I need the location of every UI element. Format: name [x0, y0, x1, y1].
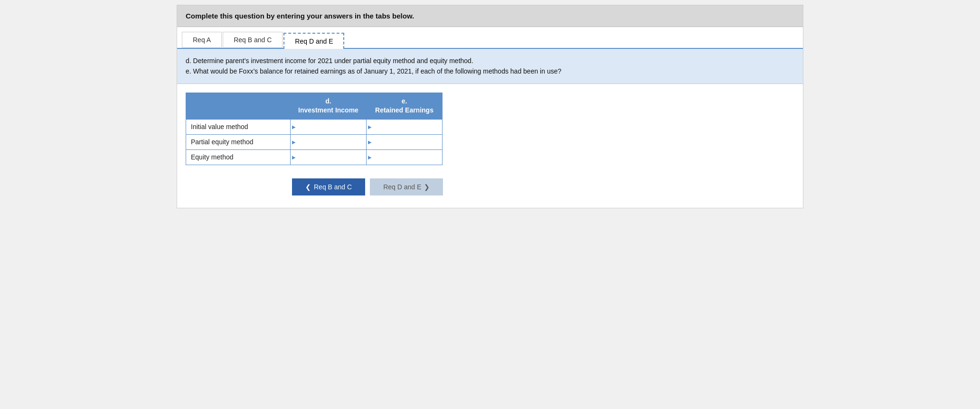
row-label-partial: Partial equity method — [186, 134, 291, 149]
next-button-label: Req D and E — [383, 183, 421, 191]
main-container: Complete this question by entering your … — [177, 5, 803, 208]
row-label-initial: Initial value method — [186, 119, 291, 134]
initial-investment-input[interactable] — [291, 120, 366, 134]
buttons-row: ❮ Req B and C Req D and E ❯ — [186, 175, 794, 195]
table-row: Equity method — [186, 149, 443, 165]
partial-retained-input[interactable] — [367, 135, 442, 149]
initial-investment-input-cell[interactable] — [291, 119, 367, 134]
table-section: d. Investment Income e. Retained Earning… — [177, 84, 803, 208]
prev-button[interactable]: ❮ Req B and C — [292, 178, 365, 195]
tab-req-b-c[interactable]: Req B and C — [223, 32, 283, 48]
col-header-investment: d. Investment Income — [291, 93, 367, 119]
tab-req-d-e[interactable]: Req D and E — [283, 33, 344, 49]
header-bar: Complete this question by entering your … — [177, 5, 803, 27]
table-row: Partial equity method — [186, 134, 443, 149]
data-table: d. Investment Income e. Retained Earning… — [186, 93, 443, 165]
initial-retained-input-cell[interactable] — [367, 119, 443, 134]
tabs-row: Req A Req B and C Req D and E — [177, 27, 803, 49]
table-header-empty — [186, 93, 291, 119]
instruction-box: d. Determine parent's investment income … — [177, 49, 803, 84]
equity-retained-input-cell[interactable] — [367, 149, 443, 165]
next-button[interactable]: Req D and E ❯ — [370, 178, 443, 195]
partial-retained-input-cell[interactable] — [367, 134, 443, 149]
partial-investment-input[interactable] — [291, 135, 366, 149]
tab-req-a[interactable]: Req A — [182, 32, 222, 48]
prev-chevron-icon: ❮ — [305, 183, 311, 191]
equity-investment-input[interactable] — [291, 150, 366, 165]
instruction-line1: d. Determine parent's investment income … — [186, 56, 794, 66]
prev-button-label: Req B and C — [314, 183, 352, 191]
instruction-line2: e. What would be Foxx’s balance for reta… — [186, 66, 794, 76]
header-instruction: Complete this question by entering your … — [186, 12, 414, 20]
col-header-retained: e. Retained Earnings — [367, 93, 443, 119]
equity-investment-input-cell[interactable] — [291, 149, 367, 165]
equity-retained-input[interactable] — [367, 150, 442, 165]
initial-retained-input[interactable] — [367, 120, 442, 134]
partial-investment-input-cell[interactable] — [291, 134, 367, 149]
table-row: Initial value method — [186, 119, 443, 134]
row-label-equity: Equity method — [186, 149, 291, 165]
next-chevron-icon: ❯ — [424, 183, 430, 191]
